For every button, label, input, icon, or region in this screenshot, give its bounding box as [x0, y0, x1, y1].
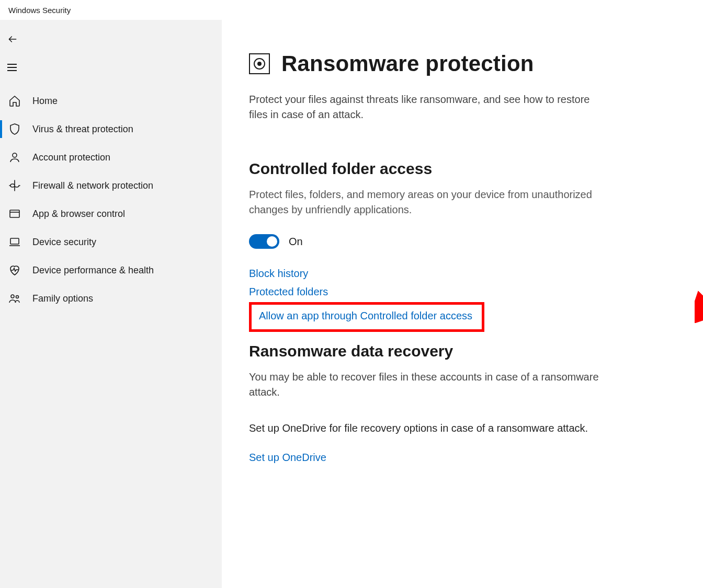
svg-point-3: [11, 295, 14, 298]
cfa-links: Block history Protected folders Allow an…: [249, 268, 677, 332]
app-title: Windows Security: [8, 6, 71, 15]
sidebar-item-account[interactable]: Account protection: [0, 143, 222, 171]
shield-icon: [7, 122, 22, 136]
sidebar: Home Virus & threat protection Account p…: [0, 20, 222, 588]
sidebar-item-firewall[interactable]: Firewall & network protection: [0, 171, 222, 200]
cfa-desc: Protect files, folders, and memory areas…: [249, 187, 605, 217]
nav-label: Home: [32, 96, 58, 107]
family-icon: [7, 291, 22, 306]
laptop-icon: [7, 235, 22, 249]
browser-icon: [7, 206, 22, 221]
nav-label: Account protection: [32, 152, 110, 163]
cfa-toggle[interactable]: [249, 234, 279, 249]
page-heading: Ransomware protection: [249, 51, 677, 76]
page-title: Ransomware protection: [281, 51, 534, 76]
highlight-allow-app: Allow an app through Controlled folder a…: [249, 302, 484, 332]
nav-label: Firewall & network protection: [32, 180, 153, 191]
cfa-toggle-row: On: [249, 234, 677, 249]
nav-label: Device performance & health: [32, 265, 154, 276]
nav-label: Device security: [32, 237, 96, 248]
network-icon: [7, 178, 22, 193]
titlebar: Windows Security: [0, 0, 703, 20]
back-arrow-icon: [7, 34, 18, 44]
sidebar-item-virus-threat[interactable]: Virus & threat protection: [0, 115, 222, 143]
link-protected-folders[interactable]: Protected folders: [249, 286, 328, 298]
nav-label: App & browser control: [32, 209, 125, 220]
hamburger-icon: [7, 64, 17, 71]
home-icon: [7, 94, 22, 108]
svg-rect-2: [10, 238, 19, 244]
svg-point-4: [16, 296, 19, 298]
nav-label: Family options: [32, 293, 93, 304]
nav-list: Home Virus & threat protection Account p…: [0, 87, 222, 313]
sidebar-item-home[interactable]: Home: [0, 87, 222, 115]
sidebar-item-app-browser[interactable]: App & browser control: [0, 200, 222, 228]
back-button[interactable]: [0, 25, 222, 53]
link-allow-app[interactable]: Allow an app through Controlled folder a…: [259, 310, 472, 321]
sidebar-item-performance[interactable]: Device performance & health: [0, 256, 222, 284]
hamburger-button[interactable]: [0, 53, 222, 82]
page-intro: Protect your files against threats like …: [249, 92, 605, 122]
recovery-desc: You may be able to recover files in thes…: [249, 370, 605, 400]
main-content: Ransomware protection Protect your files…: [222, 20, 703, 588]
cfa-heading: Controlled folder access: [249, 160, 677, 178]
sidebar-item-device-security[interactable]: Device security: [0, 228, 222, 256]
toggle-knob: [267, 236, 277, 247]
link-block-history[interactable]: Block history: [249, 268, 308, 280]
recovery-setup-text: Set up OneDrive for file recovery option…: [249, 421, 605, 436]
person-icon: [7, 150, 22, 165]
annotation-arrow-icon: [695, 266, 703, 323]
heart-icon: [7, 263, 22, 278]
svg-rect-1: [10, 210, 19, 217]
cfa-toggle-label: On: [289, 236, 303, 248]
nav-label: Virus & threat protection: [32, 124, 133, 135]
link-setup-onedrive[interactable]: Set up OneDrive: [249, 452, 326, 463]
svg-point-0: [13, 153, 17, 157]
recovery-heading: Ransomware data recovery: [249, 342, 677, 360]
sidebar-item-family[interactable]: Family options: [0, 284, 222, 313]
ransomware-icon: [249, 53, 270, 74]
